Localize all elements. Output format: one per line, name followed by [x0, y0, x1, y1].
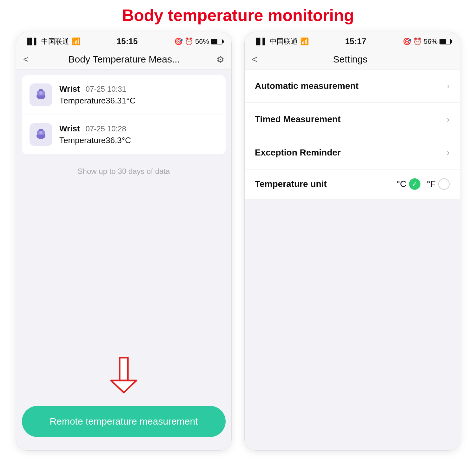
celsius-radio-checked[interactable]: ✓ — [409, 178, 420, 190]
signal-icon-2: ▐▌▌ — [254, 38, 267, 45]
measurement-temp-2: Temperature36.3°C — [59, 136, 131, 145]
battery-icon — [211, 39, 222, 44]
svg-marker-9 — [111, 380, 136, 393]
measurement-info-2: Wrist 07-25 10:28 Temperature36.3°C — [59, 124, 131, 145]
phone2-status-left: ▐▌▌ 中国联通 📶 — [254, 37, 309, 46]
wifi-icon: 📶 — [72, 37, 80, 46]
phone2-battery-pct: 56% — [424, 37, 438, 46]
measurement-item-2: Wrist 07-25 10:28 Temperature36.3°C — [22, 115, 226, 154]
measurement-time-1: 07-25 10:31 — [86, 85, 126, 94]
temp-unit-label: Temperature unit — [255, 179, 396, 189]
settings-item-exception-label: Exception Reminder — [255, 148, 447, 158]
chevron-icon-automatic: › — [447, 81, 450, 91]
settings-item-timed[interactable]: Timed Measurement › — [245, 103, 460, 136]
phone1-content: Wrist 07-25 10:31 Temperature36.31°C — [16, 69, 231, 450]
phone1-back-button[interactable]: < — [23, 54, 29, 65]
location-icon: 🎯 — [174, 37, 183, 46]
measurement-item-1: Wrist 07-25 10:31 Temperature36.31°C — [22, 75, 226, 115]
phone2-content: Automatic measurement › Timed Measuremen… — [245, 69, 460, 450]
phone2-carrier: 中国联通 — [270, 37, 298, 46]
fahrenheit-radio-unchecked[interactable] — [438, 178, 450, 190]
wrist-icon-2 — [30, 123, 52, 146]
celsius-option[interactable]: °C ✓ — [396, 178, 420, 190]
location-icon-2: 🎯 — [403, 37, 411, 46]
data-note: Show up to 30 days of data — [22, 167, 226, 356]
settings-item-timed-label: Timed Measurement — [255, 114, 447, 124]
phone1-settings-icon[interactable]: ⚙ — [216, 54, 224, 65]
svg-point-7 — [39, 131, 43, 134]
phone2-status-bar: ▐▌▌ 中国联通 📶 15:17 🎯 ⏰ 56% — [245, 32, 460, 50]
alarm-icon-2: ⏰ — [413, 37, 422, 46]
checkmark-icon: ✓ — [412, 180, 417, 188]
phone1-carrier: 中国联通 — [41, 37, 69, 46]
settings-item-automatic-label: Automatic measurement — [255, 81, 447, 91]
settings-group: Automatic measurement › Timed Measuremen… — [245, 69, 460, 199]
phone1-status-bar: ▐▌▌ 中国联通 📶 15:15 🎯 ⏰ 56% — [16, 32, 231, 50]
measurement-header-2: Wrist 07-25 10:28 — [59, 124, 131, 134]
svg-point-3 — [39, 91, 43, 95]
phone2-nav-bar: < Settings — [245, 50, 460, 69]
signal-icon: ▐▌▌ — [25, 38, 39, 45]
svg-rect-8 — [120, 358, 128, 380]
settings-item-exception[interactable]: Exception Reminder › — [245, 136, 460, 169]
phone1-time: 15:15 — [116, 36, 138, 46]
alarm-icon: ⏰ — [185, 37, 193, 46]
phone2-time: 15:17 — [345, 36, 366, 46]
phone2-nav-title: Settings — [261, 54, 440, 65]
measurement-time-2: 07-25 10:28 — [86, 124, 126, 133]
temp-unit-options: °C ✓ °F — [396, 178, 450, 190]
fahrenheit-option[interactable]: °F — [427, 178, 450, 190]
remote-measurement-button[interactable]: Remote temperature measurement — [22, 406, 226, 437]
page-title: Body temperature monitoring — [0, 0, 476, 32]
battery-icon-2 — [440, 39, 451, 44]
phone1-status-right: 🎯 ⏰ 56% — [174, 37, 222, 46]
measurement-location-1: Wrist — [59, 84, 80, 94]
temperature-unit-row: Temperature unit °C ✓ °F — [245, 169, 460, 199]
celsius-label: °C — [396, 179, 406, 189]
measurement-header-1: Wrist 07-25 10:31 — [59, 84, 136, 94]
phone2-status-right: 🎯 ⏰ 56% — [403, 37, 451, 46]
measurement-list: Wrist 07-25 10:31 Temperature36.31°C — [22, 75, 226, 154]
phone1-status-left: ▐▌▌ 中国联通 📶 — [25, 37, 80, 46]
phone1-screen: ▐▌▌ 中国联通 📶 15:15 🎯 ⏰ 56% < Body Temperat… — [16, 32, 232, 451]
svg-rect-6 — [39, 129, 43, 131]
measurement-info-1: Wrist 07-25 10:31 Temperature36.31°C — [59, 84, 136, 106]
phone1-nav-title: Body Temperature Meas... — [32, 54, 216, 65]
phone2-screen: ▐▌▌ 中国联通 📶 15:17 🎯 ⏰ 56% < Settings — [244, 32, 460, 451]
fahrenheit-label: °F — [427, 179, 436, 189]
phone2-back-button[interactable]: < — [252, 54, 257, 65]
phone1-nav-bar: < Body Temperature Meas... ⚙ — [16, 50, 231, 69]
wrist-icon-1 — [30, 83, 52, 106]
chevron-icon-timed: › — [447, 114, 450, 124]
phones-container: ▐▌▌ 中国联通 📶 15:15 🎯 ⏰ 56% < Body Temperat… — [0, 32, 476, 451]
measurement-location-2: Wrist — [59, 124, 80, 134]
measurement-temp-1: Temperature36.31°C — [59, 96, 136, 106]
phone1-battery-pct: 56% — [195, 37, 209, 46]
wifi-icon-2: 📶 — [300, 37, 309, 46]
settings-item-automatic[interactable]: Automatic measurement › — [245, 69, 460, 103]
chevron-icon-exception: › — [447, 148, 450, 158]
svg-rect-2 — [39, 89, 43, 91]
down-arrow-annotation — [109, 356, 138, 394]
arrow-container — [22, 356, 226, 398]
